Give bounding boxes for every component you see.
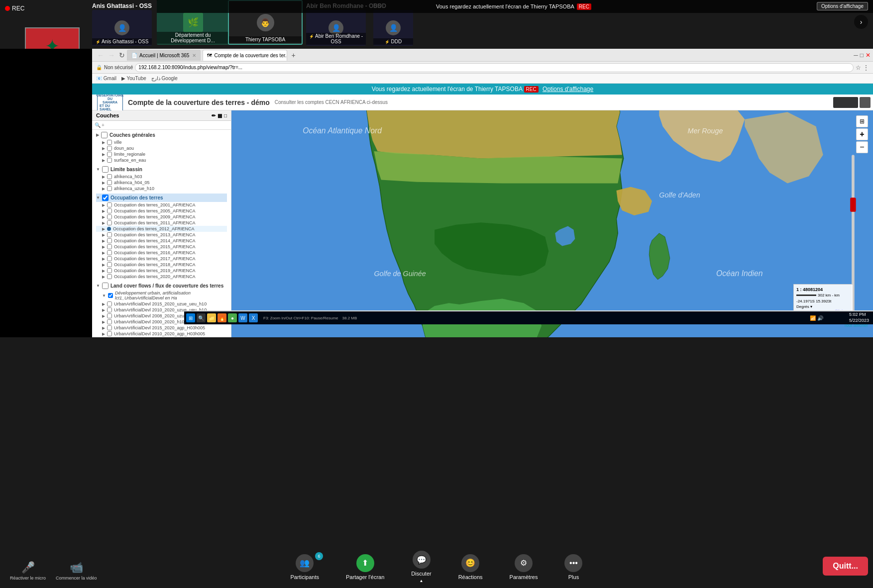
- reactions-button[interactable]: 😊 Réactions: [452, 550, 489, 584]
- layers-search-bar: 🔍 +: [92, 121, 231, 130]
- browser-window-controls: ─ □ ✕: [854, 49, 871, 62]
- taskbar-chrome[interactable]: ●: [228, 313, 237, 322]
- windows-clock: 5:02 PM 5/22/2023: [849, 312, 869, 323]
- browser-nav-buttons: ← → ↻: [97, 51, 125, 59]
- security-icon: 🔒: [96, 65, 102, 70]
- taskbar-explorer[interactable]: 📁: [207, 313, 216, 322]
- taskbar-app2[interactable]: X: [249, 313, 258, 322]
- close-button[interactable]: ✕: [866, 52, 871, 59]
- coords-label: -24.1971S 15.3923t: [796, 299, 850, 303]
- layer-group-occupation-title[interactable]: ▼ Occupation des terres: [96, 194, 227, 202]
- layer-item-doun[interactable]: ▶doun_aou: [96, 145, 227, 151]
- share-screen-icon: ⬆: [356, 554, 374, 572]
- share-banner-text: Vous regardez actuellement l'écran de Th…: [436, 3, 574, 9]
- participants-icon: 👥: [296, 554, 314, 572]
- taskbar-memory: 38.2 MB: [342, 316, 357, 320]
- taskbar-firefox[interactable]: 🔥: [218, 313, 226, 322]
- chat-label: Discuter: [411, 571, 431, 577]
- settings-button[interactable]: ⚙ Paramètres: [504, 550, 544, 584]
- header-button-dark[interactable]: [833, 97, 858, 108]
- participant-thumb-ddd: 👤 ⚡ DDD: [373, 10, 413, 46]
- windows-start-button[interactable]: ⊞: [186, 313, 195, 322]
- ocean-label-gulf-aden: Golfe d'Aden: [659, 191, 700, 199]
- participants-nav-arrow[interactable]: ›: [854, 15, 868, 29]
- bookmarks-bar: 📧 Gmail ▶ YouTube ذارج Google: [92, 74, 873, 84]
- layers-pencil-icon[interactable]: ✏: [212, 113, 216, 118]
- browser-tab-microsoft[interactable]: 📄 Accueil | Microsoft 365 ✕: [127, 50, 201, 61]
- forward-button[interactable]: →: [108, 51, 115, 59]
- unit-dropdown[interactable]: ▾: [810, 304, 812, 309]
- layer-group-bassin-title[interactable]: ▼ Limite bassin: [96, 165, 227, 174]
- camera-muted-indicator: ⁻: [70, 561, 83, 574]
- layer-bassin-uzue[interactable]: ▶afrikenca_uzue_h10: [96, 186, 227, 192]
- camera-control-group[interactable]: 📹 ⁻ Commencer la vidéo: [56, 561, 97, 581]
- share-screen-button[interactable]: ⬆ Partager l'écran: [340, 550, 390, 584]
- participant-label-dept: Département du Développement D...: [157, 32, 229, 44]
- notification-text: Vous regardez actuellement l'écran de Th…: [372, 86, 522, 93]
- svg-rect-2: [850, 197, 856, 212]
- layers-title: Couches: [96, 112, 119, 118]
- display-options-button[interactable]: Options d'affichage: [817, 2, 868, 10]
- layers-grid-icon[interactable]: ▦: [218, 113, 222, 118]
- layers-panel: Couches ✏ ▦ □ 🔍 + ▶: [92, 110, 231, 337]
- zoom-in-button[interactable]: +: [856, 128, 868, 140]
- zoom-out-button[interactable]: −: [856, 141, 868, 153]
- map-subtitle: Consulter les comptes CECN AFRIENCA ci-d…: [275, 99, 388, 105]
- bookmark-youtube[interactable]: ▶ YouTube: [121, 76, 146, 81]
- camera-label: Commencer la vidéo: [56, 576, 97, 581]
- layers-search-icon: 🔍: [95, 122, 101, 128]
- layer-group-bassin-checkbox[interactable]: [102, 166, 109, 173]
- distance-label: 302 km - km: [818, 293, 840, 297]
- layer-item-ville[interactable]: ▶ville: [96, 139, 227, 145]
- notification-rec: REC: [524, 86, 539, 93]
- map-header: OBSERVATOIRE DU SAHARA ET DU SAHEL Compt…: [92, 95, 873, 110]
- bookmark-icon[interactable]: ☆: [856, 64, 861, 71]
- layer-group-general-checkbox[interactable]: [101, 132, 108, 138]
- reload-button[interactable]: ↻: [119, 51, 125, 59]
- share-rec-badge: REC: [577, 3, 591, 10]
- participant-thumb-anis: 👤 ⚡ Anis Ghattassi - OSS: [92, 10, 152, 46]
- left-audio-video-controls: 🎤 ⁻ Réactiver le micro 📹 ⁻ Commencer la …: [10, 561, 97, 581]
- taskbar-shortcut-hint: F3: Zoom In/Out Ctrl+F10: Pause/Resume: [263, 316, 338, 320]
- chat-button[interactable]: 💬 Discuter ▲: [405, 547, 437, 587]
- header-button-settings[interactable]: [860, 97, 871, 108]
- taskbar-search[interactable]: 🔍: [197, 313, 206, 322]
- oss-logo: OBSERVATOIRE DU SAHARA ET DU SAHEL: [97, 92, 123, 112]
- browser-tab-couverture[interactable]: 🗺 Compte de la couverture des ter... ✕: [203, 50, 287, 61]
- layer-group-landcover-checkbox[interactable]: [102, 283, 109, 289]
- layer-item-limite[interactable]: ▶limite_regionale: [96, 151, 227, 157]
- mic-control-group[interactable]: 🎤 ⁻ Réactiver le micro: [10, 561, 46, 581]
- participants-button[interactable]: 👥 Participants 6: [285, 550, 325, 584]
- africa-svg-map: Océan Atlantique Nord Mer Méditerranée M…: [231, 110, 873, 337]
- layer-group-landcover-title[interactable]: ▼ Land cover flows / flux de couverture …: [96, 282, 227, 290]
- participant-thumb-abir: 👤 ⚡ Abir Ben Romdhane - OSS: [306, 10, 366, 46]
- full-extent-button[interactable]: ⊞: [856, 115, 868, 127]
- maximize-button[interactable]: □: [860, 52, 864, 59]
- quit-button[interactable]: Quitt...: [823, 557, 868, 576]
- address-input[interactable]: [135, 63, 854, 72]
- bookmark-gmail[interactable]: 📧 Gmail: [96, 76, 116, 81]
- ocean-label-indian: Océan Indien: [716, 269, 763, 278]
- more-label: Plus: [568, 574, 579, 580]
- layer-group-general-title[interactable]: ▶ Couches générales: [96, 131, 227, 139]
- main-content-area: 🏠 ℹ ↖ ✏ 📏 ⬡ 👁 ← → ↻ 📄 Accueil | Microsof…: [0, 49, 873, 337]
- participant-label-thierry: Thierry TAPSOBA: [229, 36, 302, 43]
- tray-wifi: 📶: [810, 315, 816, 321]
- layer-bassin-h03[interactable]: ▶afrikenca_h03: [96, 174, 227, 180]
- more-button[interactable]: ••• Plus: [558, 550, 588, 584]
- layer-bassin-h04[interactable]: ▶afrikenca_h04_05: [96, 180, 227, 186]
- bookmark-google[interactable]: ذارج Google: [151, 76, 178, 81]
- layers-add-icon[interactable]: +: [102, 122, 105, 128]
- browser-address-bar: 🔒 Non sécurisé ☆ ⋮: [92, 62, 873, 74]
- layer-group-occupation-checkbox[interactable]: [102, 195, 109, 201]
- taskbar-app1[interactable]: W: [238, 313, 247, 322]
- layers-maximize-icon[interactable]: □: [224, 113, 227, 118]
- map-canvas[interactable]: Océan Atlantique Nord Mer Méditerranée M…: [231, 110, 873, 337]
- minimize-button[interactable]: ─: [854, 52, 858, 59]
- rec-indicator: [5, 6, 10, 11]
- back-button[interactable]: ←: [97, 51, 104, 59]
- new-tab-button[interactable]: +: [291, 51, 295, 59]
- settings-icon[interactable]: ⋮: [863, 64, 869, 71]
- ocean-label-red-sea: Mer Rouge: [688, 127, 723, 135]
- layer-item-surface[interactable]: ▶surface_en_eau: [96, 157, 227, 163]
